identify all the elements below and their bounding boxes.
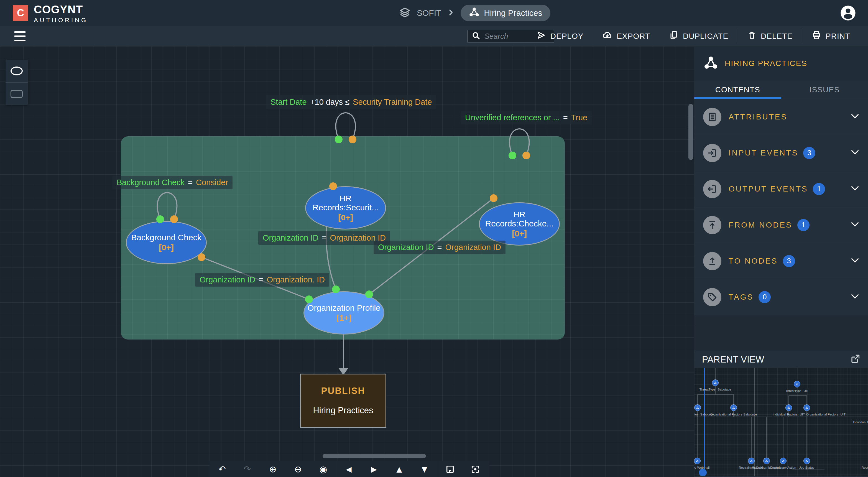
rectangle-tool-icon bbox=[10, 90, 23, 98]
pan-up-icon[interactable]: ▲ bbox=[386, 461, 412, 477]
tab-contents[interactable]: CONTENTS bbox=[694, 81, 781, 99]
cogynt-logo[interactable]: C bbox=[13, 5, 28, 21]
menu-icon[interactable] bbox=[14, 31, 26, 41]
node-organization-profile[interactable]: Organization Profile [1+] bbox=[304, 291, 384, 334]
minimap-node[interactable] bbox=[712, 380, 719, 386]
vertical-scrollbar[interactable] bbox=[688, 104, 693, 160]
print-label: PRINT bbox=[826, 32, 850, 41]
pan-left-icon[interactable]: ◀ bbox=[336, 461, 362, 477]
minimap-node[interactable] bbox=[694, 457, 701, 464]
breadcrumb-current[interactable]: Hiring Practices bbox=[461, 5, 550, 21]
section-label: FROM NODES bbox=[728, 220, 792, 230]
chevron-down-icon[interactable] bbox=[851, 222, 859, 228]
model-triangle-icon bbox=[704, 56, 718, 71]
parent-view-header: PARENT VIEW bbox=[694, 351, 868, 368]
edge-label-org-id-3[interactable]: Organization ID = Organization. ID bbox=[195, 273, 329, 287]
section-label: TAGS bbox=[728, 293, 753, 302]
layers-icon bbox=[399, 7, 411, 20]
minimap-node[interactable] bbox=[785, 405, 792, 411]
section-badge: 0 bbox=[758, 291, 771, 303]
section-tags[interactable]: TAGS 0 bbox=[694, 279, 868, 315]
export-button[interactable]: EXPORT bbox=[593, 26, 659, 46]
minimap-node[interactable] bbox=[730, 405, 737, 411]
action-toolbar: DEPLOY EXPORT DUPLICATE bbox=[0, 26, 868, 46]
duplicate-icon bbox=[669, 30, 678, 42]
minimap-node-label: Individual Fa bbox=[853, 420, 868, 424]
open-in-new-icon[interactable] bbox=[850, 354, 860, 365]
detail-sidebar: HIRING PRACTICES CONTENTS ISSUES ATTRIBU… bbox=[694, 46, 868, 477]
section-from-nodes[interactable]: FROM NODES 1 bbox=[694, 207, 868, 243]
chevron-down-icon[interactable] bbox=[851, 150, 859, 156]
edge-label-unverified-references[interactable]: Unverified references or ... = True bbox=[461, 111, 592, 124]
minimap-node[interactable] bbox=[794, 381, 800, 387]
user-avatar-icon[interactable] bbox=[839, 4, 857, 22]
undo-icon[interactable]: ↶ bbox=[210, 461, 235, 477]
section-badge: 1 bbox=[813, 183, 825, 195]
diagram-canvas[interactable]: HR Records:Securit... [0+] HR Records:Ch… bbox=[0, 46, 694, 477]
section-label: ATTRIBUTES bbox=[728, 113, 787, 121]
zoom-reset-icon[interactable]: ◉ bbox=[311, 461, 336, 477]
edge-label-org-id-2[interactable]: Organization ID = Organization ID bbox=[374, 241, 505, 254]
minimap-node-label: listed Webmail bbox=[694, 466, 710, 469]
publish-node[interactable]: PUBLISH Hiring Practices bbox=[300, 374, 386, 428]
sidebar-tabs: CONTENTS ISSUES bbox=[694, 81, 868, 99]
pan-right-icon[interactable]: ▶ bbox=[362, 461, 386, 477]
minimap-node-label: Individual Factors--UIT bbox=[773, 413, 805, 416]
zoom-in-icon[interactable]: ⊕ bbox=[260, 461, 285, 477]
fit-view-icon[interactable] bbox=[437, 461, 463, 477]
node-cardinality: [0+] bbox=[338, 213, 353, 222]
chevron-down-icon[interactable] bbox=[851, 186, 859, 192]
section-output-events[interactable]: OUTPUT EVENTS 1 bbox=[694, 171, 868, 207]
publish-title: PUBLISH bbox=[321, 386, 365, 396]
tab-issues[interactable]: ISSUES bbox=[781, 81, 868, 99]
zoom-out-icon[interactable]: ⊖ bbox=[285, 461, 311, 477]
node-label: HR Records:Securit... bbox=[306, 194, 385, 212]
minimap-node[interactable] bbox=[748, 457, 755, 464]
chevron-down-icon[interactable] bbox=[851, 294, 859, 300]
cogynt-authoring-app: C COGYNT AUTHORING SOFIT Hiring P bbox=[0, 0, 868, 477]
minimap-node[interactable] bbox=[780, 457, 786, 464]
section-input-events[interactable]: INPUT EVENTS 3 bbox=[694, 135, 868, 171]
ellipse-tool-icon bbox=[10, 66, 23, 76]
pan-down-icon[interactable]: ▼ bbox=[412, 461, 437, 477]
section-attributes[interactable]: ATTRIBUTES bbox=[694, 99, 868, 135]
duplicate-button[interactable]: DUPLICATE bbox=[659, 26, 738, 46]
sidebar-spacer bbox=[694, 315, 868, 351]
delete-button[interactable]: DELETE bbox=[738, 26, 802, 46]
node-hr-records-checked[interactable]: HR Records:Checke... [0+] bbox=[479, 202, 560, 245]
minimap-node[interactable] bbox=[803, 405, 810, 411]
minimap-node[interactable] bbox=[763, 457, 770, 464]
section-badge: 1 bbox=[797, 219, 809, 231]
section-badge: 3 bbox=[803, 147, 815, 159]
chevron-down-icon[interactable] bbox=[851, 114, 859, 120]
breadcrumb-current-label: Hiring Practices bbox=[484, 8, 542, 18]
node-hr-records-security[interactable]: HR Records:Securit... [0+] bbox=[305, 186, 386, 230]
parent-view-minimap[interactable]: ThreatType--Sabotage ThreatType--UIT Fac… bbox=[694, 368, 868, 476]
minimap-node[interactable] bbox=[803, 457, 810, 464]
rectangle-tool-button[interactable] bbox=[5, 82, 28, 105]
focus-selection-icon[interactable] bbox=[463, 461, 488, 477]
node-label: HR Records:Checke... bbox=[480, 210, 559, 228]
node-label: Organization Profile bbox=[307, 303, 380, 312]
section-to-nodes[interactable]: TO NODES 3 bbox=[694, 243, 868, 279]
chevron-down-icon[interactable] bbox=[851, 258, 859, 264]
redo-icon[interactable]: ↷ bbox=[235, 461, 260, 477]
output-events-icon bbox=[703, 180, 721, 198]
horizontal-scrollbar[interactable] bbox=[322, 454, 426, 458]
brand-text: COGYNT AUTHORING bbox=[34, 4, 88, 23]
edge-label-start-date[interactable]: Start Date +10 days ≤ Security Training … bbox=[266, 95, 436, 109]
parent-view-title: PARENT VIEW bbox=[702, 354, 764, 365]
minimap-node[interactable] bbox=[694, 405, 701, 411]
minimap-node-label: Job Status bbox=[799, 466, 814, 469]
edge-label-org-id-1[interactable]: Organization ID = Organization ID bbox=[258, 231, 390, 245]
input-events-icon bbox=[703, 144, 721, 162]
ellipse-tool-button[interactable] bbox=[5, 60, 28, 82]
minimap-node-label: ThreatType--UIT bbox=[785, 389, 809, 392]
deploy-button[interactable]: DEPLOY bbox=[527, 26, 593, 46]
trash-icon bbox=[747, 31, 756, 41]
node-background-check[interactable]: Background Check [0+] bbox=[126, 221, 207, 264]
edge-label-background-check[interactable]: Background Check = Consider bbox=[112, 176, 232, 189]
sidebar-title: HIRING PRACTICES bbox=[725, 59, 807, 68]
print-button[interactable]: PRINT bbox=[802, 26, 860, 46]
breadcrumb-parent[interactable]: SOFIT bbox=[417, 8, 441, 18]
